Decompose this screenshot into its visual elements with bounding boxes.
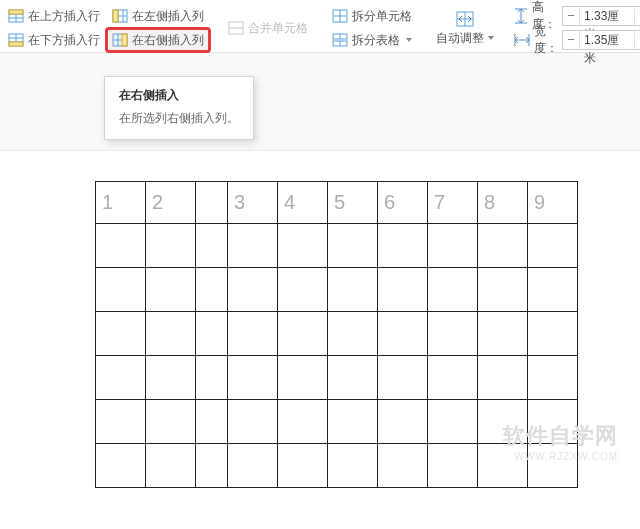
table-cell[interactable]: 4 [278,182,328,224]
insert-row-above-label: 在上方插入行 [28,8,100,25]
table-row [96,312,578,356]
merge-cells-button[interactable]: 合并单元格 [224,18,312,38]
table-row [96,444,578,488]
svg-rect-9 [9,42,23,46]
autofit-icon [455,10,475,28]
group-split: 拆分单元格 拆分表格 [324,4,416,52]
table-row: 1 2 3 4 5 6 7 8 9 [96,182,578,224]
split-table-button[interactable]: 拆分表格 [328,30,416,50]
height-value[interactable]: 1.33厘米 [579,7,635,25]
width-row: 宽度： − 1.35厘米 + [514,30,640,50]
insert-row-below-button[interactable]: 在下方插入行 [4,30,104,50]
autofit-button[interactable]: 自动调整 [432,8,498,49]
tooltip: 在右侧插入 在所选列右侧插入列。 [104,76,254,140]
height-decrement[interactable]: − [563,7,579,25]
width-spinner[interactable]: − 1.35厘米 + [562,30,640,50]
insert-col-left-icon [112,9,128,23]
group-merge: 合并单元格 [220,4,312,52]
table-cell[interactable]: 7 [428,182,478,224]
width-increment[interactable]: + [635,31,640,49]
merge-cells-icon [228,21,244,35]
insert-col-left-label: 在左侧插入列 [132,8,204,25]
table-cell[interactable]: 9 [528,182,578,224]
table-row [96,224,578,268]
document-table[interactable]: 1 2 3 4 5 6 7 8 9 [95,181,578,488]
split-table-label: 拆分表格 [352,32,400,49]
table-cell[interactable]: 6 [378,182,428,224]
height-row: 高度： − 1.33厘米 + [514,6,640,26]
height-spinner[interactable]: − 1.33厘米 + [562,6,640,26]
insert-col-right-icon [112,33,128,47]
autofit-label: 自动调整 [436,30,484,47]
table-cell[interactable]: 3 [228,182,278,224]
split-cells-label: 拆分单元格 [352,8,412,25]
group-insert-cols: 在左侧插入列 在右侧插入列 [104,4,208,52]
merge-cells-label: 合并单元格 [248,20,308,37]
chevron-down-icon [488,36,494,40]
insert-col-left-button[interactable]: 在左侧插入列 [108,6,208,26]
table-cell[interactable]: 1 [96,182,146,224]
insert-col-right-label: 在右侧插入列 [132,32,204,49]
tooltip-desc: 在所选列右侧插入列。 [119,110,239,127]
height-icon [514,8,528,24]
chevron-down-icon [406,38,412,42]
table-row [96,356,578,400]
insert-row-above-icon [8,9,24,23]
table-cell[interactable]: 2 [146,182,196,224]
table-row [96,400,578,444]
width-decrement[interactable]: − [563,31,579,49]
document-canvas: 1 2 3 4 5 6 7 8 9 软件自学网 WWW.RJZXW.COM [0,150,640,529]
split-cells-icon [332,9,348,23]
table-cell[interactable]: 8 [478,182,528,224]
group-dimensions: 高度： − 1.33厘米 + 宽度： − 1.35厘米 + [510,4,640,52]
insert-col-right-button[interactable]: 在右侧插入列 [108,30,208,50]
split-table-icon [332,33,348,47]
width-value[interactable]: 1.35厘米 [579,31,635,49]
svg-rect-4 [9,10,23,14]
svg-rect-14 [113,10,118,22]
split-cells-button[interactable]: 拆分单元格 [328,6,416,26]
width-icon [514,33,530,47]
ribbon-toolbar: 在上方插入行 在下方插入行 在左侧插入列 在右侧插入列 [0,0,640,53]
insert-row-below-icon [8,33,24,47]
height-increment[interactable]: + [635,7,640,25]
group-insert-rows: 在上方插入行 在下方插入行 [0,4,104,52]
insert-row-below-label: 在下方插入行 [28,32,100,49]
table-cell[interactable] [196,182,228,224]
tooltip-title: 在右侧插入 [119,87,239,104]
table-cell[interactable]: 5 [328,182,378,224]
width-label: 宽度： [534,23,558,57]
insert-row-above-button[interactable]: 在上方插入行 [4,6,104,26]
group-autofit: 自动调整 [428,4,498,52]
svg-rect-19 [122,34,127,46]
table-row [96,268,578,312]
